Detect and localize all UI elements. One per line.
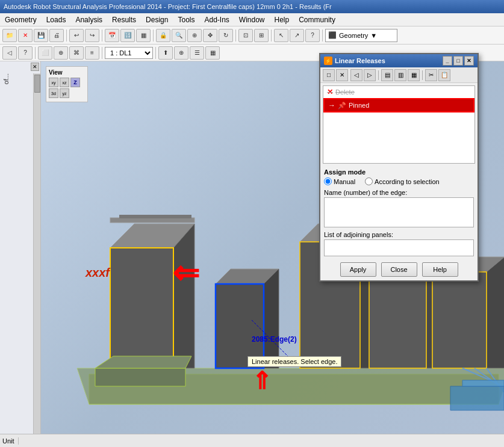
sep6: [322, 29, 323, 42]
print-button[interactable]: 🖨: [49, 29, 64, 42]
tb2-help[interactable]: ?: [18, 46, 33, 60]
calc-button[interactable]: 🔢: [120, 29, 135, 42]
move-button[interactable]: ✥: [203, 29, 217, 42]
dialog-tbl2-button[interactable]: ▥: [394, 69, 406, 81]
dialog-tbl1-button[interactable]: ▤: [381, 69, 393, 81]
radio-selection-input[interactable]: [365, 177, 373, 185]
open-button[interactable]: 📁: [2, 29, 17, 42]
tb2-btn2[interactable]: ⬜: [38, 46, 52, 60]
radio-selection-label: According to selection: [375, 178, 440, 185]
close-button[interactable]: Close: [381, 262, 417, 277]
menu-loads[interactable]: Loads: [42, 14, 71, 25]
save-button[interactable]: 💾: [34, 29, 48, 42]
rotate-button[interactable]: ↻: [219, 29, 233, 42]
grid-button[interactable]: ⊞: [254, 29, 269, 42]
calc2-button[interactable]: ▦: [136, 29, 151, 42]
left-panel-scrollbar[interactable]: [33, 73, 40, 447]
tb2-btn5[interactable]: ≡: [85, 46, 99, 60]
menu-tools[interactable]: Tools: [173, 14, 199, 25]
tb2-btn7[interactable]: ⊕: [174, 46, 188, 60]
chevron-down-icon: ▼: [370, 32, 377, 39]
menu-results[interactable]: Results: [107, 14, 141, 25]
sep2: [102, 29, 102, 42]
left-arrow-indicator: ⇐: [172, 254, 199, 292]
view-xz-btn[interactable]: xz: [60, 78, 69, 87]
svg-rect-25: [119, 215, 191, 218]
adjoining-panels-label: List of adjoining panels:: [324, 231, 474, 238]
radio-manual-input[interactable]: [324, 177, 332, 185]
view-3d-btn[interactable]: 3d: [49, 88, 58, 98]
menu-analysis[interactable]: Analysis: [70, 14, 107, 25]
tb2-btn8[interactable]: ☰: [190, 46, 204, 60]
sep1: [66, 29, 67, 42]
view-xy-btn[interactable]: xy: [49, 78, 58, 87]
left-panel-close-button[interactable]: ✕: [31, 63, 39, 71]
dialog-minimize-button[interactable]: _: [443, 56, 452, 66]
snap-button[interactable]: ⊡: [238, 29, 253, 42]
help-button[interactable]: ?: [305, 29, 320, 42]
tb2-btn1[interactable]: ◁: [2, 46, 17, 60]
sep3: [153, 29, 154, 42]
geometry-dropdown[interactable]: ⬛ Geometry ▼: [325, 29, 397, 42]
name-edge-input[interactable]: [324, 197, 474, 227]
menu-community[interactable]: Community: [294, 14, 340, 25]
calendar-button[interactable]: 📅: [105, 29, 119, 42]
scrollbar-thumb[interactable]: [34, 75, 40, 93]
cursor-button[interactable]: ↖: [274, 29, 288, 42]
view-z-btn[interactable]: Z: [70, 78, 80, 87]
menu-help[interactable]: Help: [270, 14, 294, 25]
dialog-tbl3-button[interactable]: ▦: [408, 69, 420, 81]
svg-marker-4: [173, 224, 194, 368]
apply-button[interactable]: Apply: [340, 262, 376, 277]
view-panel-title: View: [49, 69, 85, 76]
menu-design[interactable]: Design: [141, 14, 173, 25]
dialog-close-button[interactable]: ✕: [464, 56, 474, 66]
delete-item-label: Delete: [335, 88, 355, 96]
zoom2-button[interactable]: ⊕: [187, 29, 202, 42]
dialog-copy-right-button[interactable]: ▷: [364, 69, 376, 81]
close-button[interactable]: ✕: [18, 29, 33, 42]
radio-manual[interactable]: Manual: [324, 177, 355, 185]
help-button[interactable]: Help: [422, 262, 458, 277]
dialog-titlebar[interactable]: ⚡ Linear Releases _ □ ✕: [320, 54, 478, 67]
view-btn-row1: xy xz Z: [49, 78, 85, 87]
svg-marker-10: [264, 269, 279, 368]
arrow-right-icon: →: [328, 101, 335, 109]
left-panel: ✕ of...: [0, 61, 41, 447]
lock-button[interactable]: 🔒: [156, 29, 170, 42]
assign-mode-section: Assign mode Manual According to selectio…: [320, 166, 478, 188]
assign-mode-options: Manual According to selection: [324, 177, 474, 185]
dialog-cut-button[interactable]: ✂: [425, 69, 437, 81]
menu-addins[interactable]: Add-Ins: [199, 14, 234, 25]
svg-marker-6: [95, 368, 185, 386]
svg-marker-8: [216, 284, 264, 368]
load-combo[interactable]: 1 : DL1: [105, 47, 153, 59]
dialog-maximize-button[interactable]: □: [453, 56, 463, 66]
zoom-button[interactable]: 🔍: [172, 29, 186, 42]
radio-manual-label: Manual: [334, 178, 355, 185]
tb2-btn6[interactable]: ⬆: [158, 46, 173, 60]
dialog-paste-button[interactable]: 📋: [438, 69, 450, 81]
view-yz-btn[interactable]: yz: [60, 88, 69, 98]
dialog-list-area[interactable]: ✕ Delete → 📌 Pinned: [323, 85, 475, 164]
assign-mode-label: Assign mode: [324, 168, 474, 176]
dialog-delete-button[interactable]: ✕: [336, 69, 348, 81]
undo-button[interactable]: ↩: [69, 29, 84, 42]
menu-window[interactable]: Window: [234, 14, 270, 25]
title-bar: Autodesk Robot Structural Analysis Profe…: [0, 0, 504, 13]
redo-button[interactable]: ↪: [85, 29, 99, 42]
dialog-new-button[interactable]: □: [323, 69, 335, 81]
radio-selection[interactable]: According to selection: [365, 177, 440, 185]
dialog-pinned-item[interactable]: → 📌 Pinned: [323, 98, 474, 113]
dialog-delete-item[interactable]: ✕ Delete: [323, 86, 474, 98]
tb2-btn4[interactable]: ⌘: [69, 46, 84, 60]
sep4: [235, 29, 236, 42]
dialog-copy-left-button[interactable]: ◁: [350, 69, 362, 81]
cursor2-button[interactable]: ↗: [290, 29, 304, 42]
tb2-btn3[interactable]: ⊕: [54, 46, 68, 60]
title-text: Autodesk Robot Structural Analysis Profe…: [4, 3, 332, 10]
adjoining-panels-input[interactable]: [324, 239, 474, 256]
tb2-btn9[interactable]: ▦: [205, 46, 220, 60]
menu-geometry[interactable]: Geometry: [0, 14, 42, 25]
dialog-icon: ⚡: [324, 57, 332, 65]
